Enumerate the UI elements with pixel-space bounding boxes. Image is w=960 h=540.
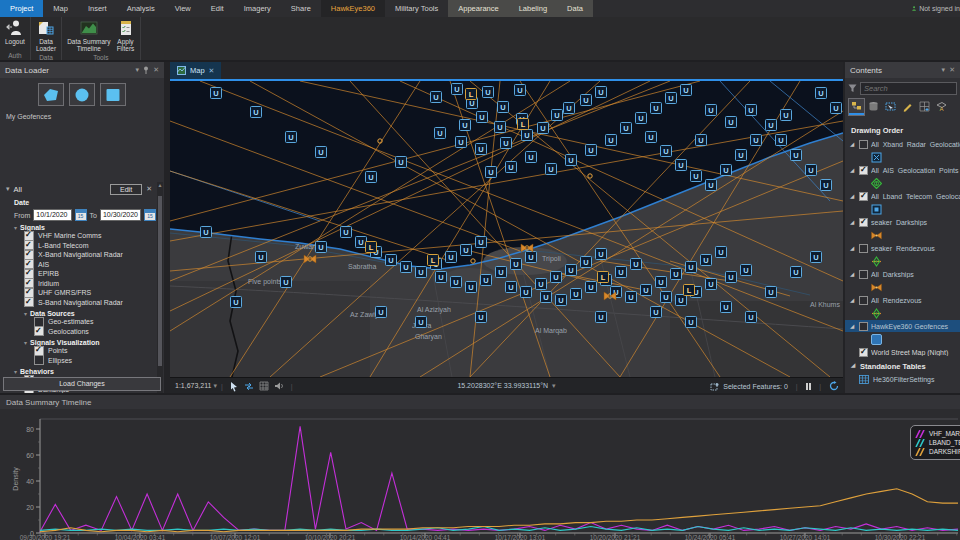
signal-marker[interactable]: U bbox=[751, 135, 762, 146]
signal-marker[interactable]: U bbox=[766, 120, 777, 131]
signal-marker[interactable]: U bbox=[461, 245, 472, 256]
signal-marker[interactable]: U bbox=[726, 117, 737, 128]
rendezvous-symbol-icon[interactable] bbox=[871, 308, 882, 319]
signal-marker[interactable]: U bbox=[431, 92, 442, 103]
signal-marker[interactable]: U bbox=[552, 110, 563, 121]
layer-visibility-checkbox[interactable] bbox=[859, 218, 868, 227]
signal-marker[interactable]: U bbox=[596, 87, 607, 98]
close-tab-icon[interactable]: ✕ bbox=[209, 67, 215, 75]
signal-marker[interactable]: L bbox=[466, 89, 477, 100]
expander-icon[interactable]: ◢ bbox=[850, 245, 856, 251]
layer-visibility-checkbox[interactable] bbox=[859, 192, 868, 201]
calendar-icon[interactable] bbox=[75, 209, 87, 221]
signal-marker[interactable]: U bbox=[811, 252, 822, 263]
signal-marker[interactable]: U bbox=[446, 252, 457, 263]
signal-marker[interactable]: U bbox=[498, 102, 509, 113]
signal-marker[interactable]: U bbox=[451, 277, 462, 288]
list-by-data-source-icon[interactable] bbox=[866, 99, 881, 113]
signal-marker[interactable]: U bbox=[477, 112, 488, 123]
signal-marker[interactable]: U bbox=[586, 145, 597, 156]
signal-marker[interactable]: U bbox=[476, 144, 487, 155]
logout-button[interactable]: Logout bbox=[2, 18, 28, 51]
signal-marker[interactable]: U bbox=[356, 237, 367, 248]
signal-marker[interactable]: U bbox=[386, 255, 397, 266]
signal-marker[interactable]: U bbox=[831, 103, 842, 114]
section-header-data-sources[interactable]: ▾Data Sources bbox=[0, 310, 156, 317]
menu-tab-appearance[interactable]: Appearance bbox=[448, 0, 508, 17]
layer-row-all-lband-telecom-geolocation[interactable]: ◢All_Lband_Telecom_Geolocation bbox=[845, 190, 960, 202]
list-by-editing-icon[interactable] bbox=[900, 99, 915, 113]
signal-marker[interactable]: U bbox=[706, 105, 717, 116]
signal-marker[interactable]: U bbox=[256, 252, 267, 263]
refresh-icon[interactable] bbox=[829, 381, 839, 391]
pin-icon[interactable] bbox=[143, 66, 149, 75]
signal-marker[interactable]: U bbox=[483, 87, 494, 98]
layer-name[interactable]: seaker_Darkships bbox=[871, 219, 960, 226]
signal-marker[interactable]: U bbox=[416, 317, 427, 328]
layer-row-hawkeye360-geofences[interactable]: ◢HawkEye360 Geofences bbox=[845, 320, 960, 332]
layer-row-all-darkships[interactable]: ◢All_Darkships bbox=[845, 268, 960, 280]
signal-marker[interactable]: U bbox=[631, 259, 642, 270]
signal-marker[interactable]: U bbox=[651, 307, 662, 318]
menu-tab-imagery[interactable]: Imagery bbox=[234, 0, 281, 17]
signal-marker[interactable]: U bbox=[641, 285, 652, 296]
signal-marker[interactable]: U bbox=[316, 242, 327, 253]
layer-name[interactable]: All_Xband_Radar_Geolocation_P bbox=[871, 141, 960, 148]
signal-marker[interactable]: U bbox=[564, 103, 575, 114]
layer-name[interactable]: All_Lband_Telecom_Geolocation bbox=[871, 193, 960, 200]
data-summary-timeline-button[interactable]: Data Summary Timeline bbox=[64, 18, 113, 53]
grid-icon[interactable] bbox=[259, 381, 270, 392]
signal-marker[interactable]: U bbox=[526, 152, 537, 163]
list-by-drawing-order-icon[interactable] bbox=[849, 99, 864, 115]
layer-visibility-checkbox[interactable] bbox=[859, 270, 868, 279]
calendar-icon[interactable] bbox=[144, 209, 156, 221]
signal-marker[interactable]: U bbox=[466, 282, 477, 293]
signal-marker[interactable]: U bbox=[435, 128, 446, 139]
menu-tab-data[interactable]: Data bbox=[557, 0, 593, 17]
signal-marker[interactable]: U bbox=[481, 275, 492, 286]
list-by-selection-icon[interactable] bbox=[883, 99, 898, 113]
signal-marker[interactable]: U bbox=[566, 155, 577, 166]
date-from-field[interactable]: 10/1/2020 bbox=[33, 209, 71, 221]
signal-marker[interactable]: U bbox=[521, 287, 532, 298]
signal-marker[interactable]: U bbox=[231, 297, 242, 308]
expander-icon[interactable]: ◢ bbox=[850, 167, 856, 173]
ais-diamond-symbol-icon[interactable] bbox=[871, 178, 882, 189]
signal-marker[interactable]: U bbox=[701, 255, 712, 266]
signal-marker[interactable]: U bbox=[581, 257, 592, 268]
signal-marker[interactable]: U bbox=[821, 180, 832, 191]
signal-marker[interactable]: U bbox=[666, 93, 677, 104]
expander-icon[interactable]: ◢ bbox=[850, 297, 856, 303]
layer-visibility-checkbox[interactable] bbox=[859, 244, 868, 253]
audio-icon[interactable] bbox=[274, 381, 285, 392]
menu-tab-insert[interactable]: Insert bbox=[78, 0, 117, 17]
signal-marker[interactable]: U bbox=[746, 312, 757, 323]
signal-marker[interactable]: U bbox=[596, 312, 607, 323]
signal-marker[interactable]: U bbox=[716, 247, 727, 258]
signal-marker[interactable]: U bbox=[791, 150, 802, 161]
list-by-snapping-icon[interactable] bbox=[917, 99, 932, 113]
signal-marker[interactable]: U bbox=[211, 88, 222, 99]
signal-marker[interactable]: U bbox=[726, 272, 737, 283]
expander-icon[interactable]: ◢ bbox=[850, 323, 856, 329]
apply-filters-button[interactable]: Apply Filters bbox=[114, 18, 138, 53]
edit-geofence-button[interactable]: Edit bbox=[110, 184, 142, 195]
signal-marker[interactable]: U bbox=[571, 289, 582, 300]
signal-marker[interactable]: U bbox=[476, 237, 487, 248]
signal-marker[interactable]: U bbox=[636, 113, 647, 124]
sync-icon[interactable] bbox=[244, 381, 255, 392]
signal-marker[interactable]: U bbox=[456, 137, 467, 148]
close-pane-icon[interactable]: ✕ bbox=[153, 66, 159, 74]
checkbox-ellipses[interactable] bbox=[34, 355, 44, 365]
signal-marker[interactable]: U bbox=[606, 135, 617, 146]
signal-marker[interactable]: U bbox=[511, 259, 522, 270]
layer-row-world-street-map-night-[interactable]: World Street Map (Night) bbox=[845, 346, 960, 358]
menu-tab-labeling[interactable]: Labeling bbox=[509, 0, 557, 17]
layer-row-seaker-darkships[interactable]: ◢seaker_Darkships bbox=[845, 216, 960, 228]
signal-marker[interactable]: U bbox=[436, 272, 447, 283]
menu-tab-view[interactable]: View bbox=[165, 0, 201, 17]
signal-marker[interactable]: U bbox=[596, 249, 607, 260]
layer-row-seaker-rendezvous[interactable]: ◢seaker_Rendezvous bbox=[845, 242, 960, 254]
signal-marker[interactable]: U bbox=[656, 277, 667, 288]
signal-marker[interactable]: U bbox=[460, 120, 471, 131]
